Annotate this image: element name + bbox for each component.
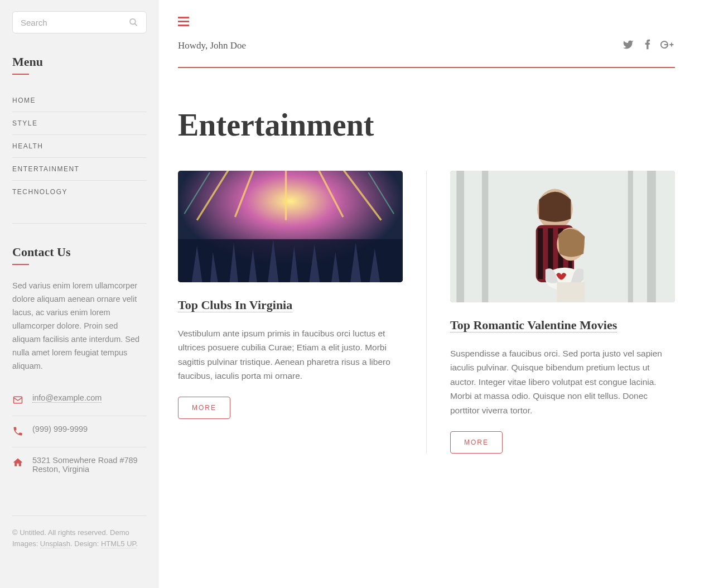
page-title: Entertainment	[178, 107, 675, 143]
svg-rect-20	[628, 171, 633, 302]
envelope-icon	[12, 394, 23, 407]
post-excerpt: Vestibulum ante ipsum primis in faucibus…	[178, 326, 403, 383]
greeting-text: Howdy, John Doe	[178, 40, 246, 51]
post-excerpt: Suspendisse a faucibus orci. Sed porta j…	[450, 346, 675, 418]
post-image[interactable]	[450, 171, 675, 302]
search-box	[12, 11, 147, 33]
menu-list: HOME STYLE HEALTH ENTERTAINMENT TECHNOLO…	[12, 89, 147, 203]
social-links	[623, 39, 675, 52]
svg-point-0	[130, 19, 136, 25]
menu-item-health[interactable]: HEALTH	[12, 135, 147, 157]
contact-list: info@example.com (999) 999-9999 5321 Som…	[12, 385, 147, 482]
more-button[interactable]: MORE	[450, 431, 503, 454]
facebook-icon[interactable]	[644, 39, 650, 52]
home-icon	[12, 457, 23, 470]
topbar: Howdy, John Doe	[178, 39, 675, 68]
svg-rect-23	[538, 228, 543, 279]
svg-rect-5	[178, 25, 189, 26]
svg-line-1	[135, 23, 137, 26]
post-title-link[interactable]: Top Clubs In Virginia	[178, 298, 292, 312]
google-plus-icon[interactable]	[660, 39, 675, 52]
heading-underline	[12, 74, 29, 75]
post-title-link[interactable]: Top Romantic Valentine Movies	[450, 318, 617, 332]
menu-item-technology[interactable]: TECHNOLOGY	[12, 181, 147, 203]
contact-heading: Contact Us	[12, 245, 147, 259]
contact-address: 5321 Somewhere Road #789 Reston, Virgini…	[32, 456, 147, 474]
post-card: Top Clubs In Virginia Vestibulum ante ip…	[178, 171, 426, 454]
hamburger-icon[interactable]	[178, 17, 675, 29]
contact-phone: (999) 999-9999	[32, 425, 88, 433]
svg-rect-3	[178, 17, 189, 18]
footer-link-unsplash[interactable]: Unsplash	[40, 539, 70, 548]
phone-icon	[12, 426, 23, 438]
search-input[interactable]	[21, 18, 129, 27]
post-image[interactable]	[178, 171, 403, 282]
menu-heading: Menu	[12, 55, 147, 69]
footer-link-html5up[interactable]: HTML5 UP	[101, 539, 136, 548]
heading-underline	[12, 264, 29, 265]
twitter-icon[interactable]	[623, 39, 634, 52]
more-button[interactable]: MORE	[178, 397, 230, 419]
main-content: Howdy, John Doe Entertainment	[159, 0, 714, 588]
footer-text: . Design:	[70, 539, 101, 548]
search-icon[interactable]	[129, 17, 138, 27]
divider	[12, 223, 147, 224]
sidebar-footer: © Untitled. All rights reserved. Demo Im…	[12, 515, 147, 549]
menu-item-entertainment[interactable]: ENTERTAINMENT	[12, 158, 147, 180]
contact-text: Sed varius enim lorem ullamcorper dolore…	[12, 279, 147, 373]
menu-item-home[interactable]: HOME	[12, 89, 147, 112]
posts-grid: Top Clubs In Virginia Vestibulum ante ip…	[178, 171, 675, 454]
footer-text: .	[136, 539, 138, 548]
svg-rect-29	[557, 282, 585, 302]
svg-rect-4	[178, 21, 189, 22]
svg-rect-18	[482, 171, 488, 302]
svg-rect-17	[456, 171, 464, 302]
post-card: Top Romantic Valentine Movies Suspendiss…	[426, 171, 675, 454]
contact-email-link[interactable]: info@example.com	[32, 393, 102, 403]
menu-item-style[interactable]: STYLE	[12, 112, 147, 134]
svg-rect-19	[647, 171, 656, 302]
sidebar: Menu HOME STYLE HEALTH ENTERTAINMENT TEC…	[0, 0, 159, 588]
